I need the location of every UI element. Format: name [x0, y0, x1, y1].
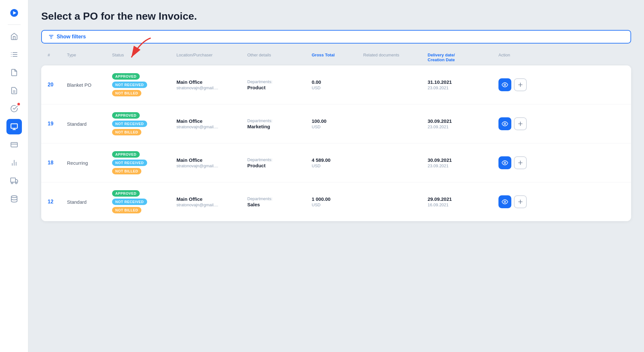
badge-not-received: NOT RECEIVED	[112, 121, 147, 127]
row-number: 18	[48, 160, 67, 166]
svg-point-19	[11, 182, 13, 184]
gross-amount: 100.00	[312, 118, 363, 124]
detail-value: Marketing	[247, 124, 312, 129]
sidebar-item-analytics[interactable]	[6, 155, 22, 171]
date-primary: 29.09.2021	[428, 196, 498, 202]
date-secondary: 23.09.2021	[428, 124, 498, 129]
eye-icon	[502, 82, 508, 88]
other-details: Departments: Marketing	[247, 118, 312, 129]
svg-rect-18	[11, 178, 15, 182]
location-block: Main Office stratonovajn@gmail....	[176, 118, 247, 129]
row-type: Blanket PO	[67, 82, 112, 88]
gross-amount: 1 000.00	[312, 196, 363, 202]
gross-block: 1 000.00 USD	[312, 196, 363, 207]
row-number: 19	[48, 121, 67, 127]
gross-block: 0.00 USD	[312, 79, 363, 90]
detail-value: Product	[247, 85, 312, 90]
date-block: 30.09.2021 23.09.2021	[428, 157, 498, 168]
svg-point-32	[504, 162, 506, 164]
app-logo[interactable]	[6, 5, 22, 21]
gross-currency: USD	[312, 85, 363, 90]
detail-label: Departments:	[247, 157, 312, 162]
sidebar-item-orders[interactable]	[6, 47, 22, 62]
status-badges: APPROVED NOT RECEIVED NOT BILLED	[112, 73, 176, 96]
location-email: stratonovajn@gmail....	[176, 124, 247, 129]
sidebar-item-home[interactable]	[6, 29, 22, 44]
status-badges: APPROVED NOT RECEIVED NOT BILLED	[112, 190, 176, 213]
location-block: Main Office stratonovajn@gmail....	[176, 79, 247, 90]
show-filters-button[interactable]: Show filters	[41, 30, 631, 44]
view-button[interactable]	[498, 156, 511, 169]
add-button[interactable]	[514, 156, 527, 169]
location-email: stratonovajn@gmail....	[176, 163, 247, 168]
add-button[interactable]	[514, 117, 527, 130]
date-block: 30.09.2021 23.09.2021	[428, 118, 498, 129]
table-header: # Type Status Location/Purchaser Other d…	[41, 53, 631, 65]
svg-rect-10	[11, 124, 17, 128]
col-location: Location/Purchaser	[176, 53, 247, 62]
view-button[interactable]	[498, 78, 511, 91]
view-button[interactable]	[498, 195, 511, 208]
other-details: Departments: Product	[247, 157, 312, 168]
add-button[interactable]	[514, 195, 527, 208]
col-related: Related documents	[363, 53, 428, 62]
date-block: 29.09.2021 16.09.2021	[428, 196, 498, 207]
row-type: Recurring	[67, 160, 112, 166]
gross-currency: USD	[312, 163, 363, 168]
col-other: Other details	[247, 53, 312, 62]
detail-label: Departments:	[247, 118, 312, 123]
plus-icon	[517, 199, 524, 205]
other-details: Departments: Sales	[247, 196, 312, 207]
col-num: #	[48, 53, 67, 62]
date-secondary: 16.09.2021	[428, 202, 498, 207]
svg-point-20	[15, 182, 17, 184]
sidebar-item-integrations[interactable]	[6, 191, 22, 207]
badge-approved: APPROVED	[112, 112, 140, 119]
badge-not-received: NOT RECEIVED	[112, 199, 147, 205]
svg-rect-13	[11, 142, 17, 147]
badge-approved: APPROVED	[112, 151, 140, 158]
sidebar	[0, 0, 28, 352]
sidebar-item-delivery[interactable]	[6, 173, 22, 189]
page-title: Select a PO for the new Invoice.	[41, 10, 631, 22]
main-content: Select a PO for the new Invoice. Show fi…	[28, 0, 644, 352]
table-row: 19 Standard APPROVED NOT RECEIVED NOT BI…	[41, 104, 631, 143]
table-row: 12 Standard APPROVED NOT RECEIVED NOT BI…	[41, 182, 631, 221]
svg-point-35	[504, 201, 506, 203]
badge-approved: APPROVED	[112, 190, 140, 197]
table-row: 20 Blanket PO APPROVED NOT RECEIVED NOT …	[41, 65, 631, 104]
date-primary: 30.09.2021	[428, 118, 498, 124]
detail-value: Product	[247, 163, 312, 168]
eye-icon	[502, 121, 508, 127]
action-buttons	[498, 78, 537, 91]
purchase-orders-table: 20 Blanket PO APPROVED NOT RECEIVED NOT …	[41, 65, 631, 221]
gross-currency: USD	[312, 124, 363, 129]
badge-not-billed: NOT BILLED	[112, 207, 141, 213]
svg-point-29	[504, 123, 506, 125]
sidebar-item-invoices[interactable]	[6, 65, 22, 80]
gross-amount: 0.00	[312, 79, 363, 85]
approvals-badge	[17, 103, 20, 105]
date-secondary: 23.09.2021	[428, 85, 498, 90]
view-button[interactable]	[498, 117, 511, 130]
action-buttons	[498, 195, 537, 208]
sidebar-divider-top	[8, 24, 21, 25]
date-secondary: 23.09.2021	[428, 163, 498, 168]
plus-icon	[517, 82, 524, 88]
add-button[interactable]	[514, 78, 527, 91]
plus-icon	[517, 160, 524, 166]
badge-approved: APPROVED	[112, 73, 140, 80]
filter-icon	[48, 34, 54, 40]
sidebar-item-approvals[interactable]	[6, 101, 22, 116]
col-type: Type	[67, 53, 112, 62]
date-primary: 31.10.2021	[428, 79, 498, 85]
sidebar-item-reports[interactable]	[6, 83, 22, 98]
detail-value: Sales	[247, 202, 312, 207]
badge-not-received: NOT RECEIVED	[112, 82, 147, 88]
detail-label: Departments:	[247, 79, 312, 84]
sidebar-item-purchase[interactable]	[6, 119, 22, 134]
sidebar-item-payments[interactable]	[6, 137, 22, 152]
date-primary: 30.09.2021	[428, 157, 498, 163]
row-type: Standard	[67, 199, 112, 205]
gross-amount: 4 589.00	[312, 157, 363, 163]
